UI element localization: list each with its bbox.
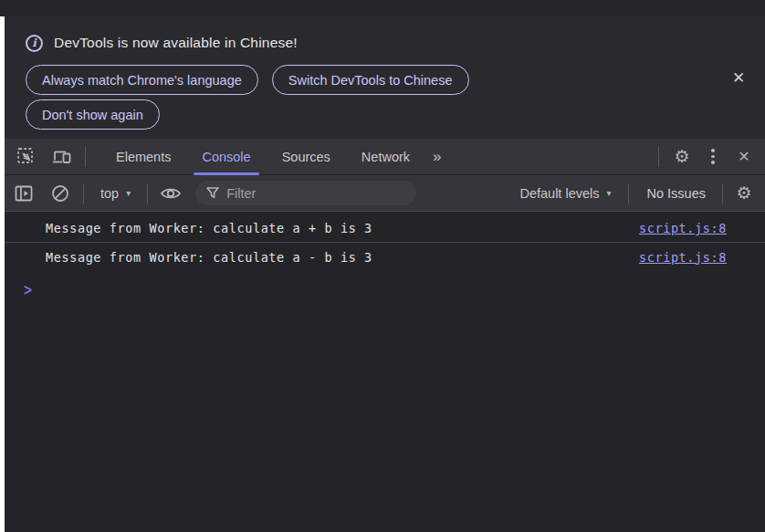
more-options-kebab-icon[interactable] — [697, 142, 728, 172]
source-location-link[interactable]: script.js:8 — [639, 250, 727, 265]
console-sidebar-toggle-icon[interactable] — [8, 179, 39, 208]
settings-gear-icon[interactable]: ⚙ — [666, 142, 697, 172]
console-settings-gear-icon[interactable]: ⚙ — [728, 179, 760, 208]
filter-input[interactable] — [226, 186, 372, 201]
panel-tabs: Elements Console Sources Network » — [100, 139, 447, 175]
language-infobar: i DevTools is now available in Chinese! … — [5, 16, 765, 139]
switch-devtools-chinese-button[interactable]: Switch DevTools to Chinese — [272, 65, 469, 95]
inspect-element-icon[interactable] — [10, 142, 41, 172]
toolbar-divider — [628, 183, 629, 203]
console-toolbar: top ▾ Default levels ▾ — [5, 175, 765, 212]
toolbar-divider — [722, 183, 723, 203]
console-messages-area: Message from Worker: calculate a + b is … — [5, 212, 765, 532]
devtools-panel: i DevTools is now available in Chinese! … — [5, 16, 765, 532]
more-tabs-icon[interactable]: » — [425, 139, 446, 175]
console-message-text: Message from Worker: calculate a - b is … — [46, 250, 639, 265]
window-top-strip — [0, 0, 765, 16]
issues-counter[interactable]: No Issues — [636, 186, 717, 201]
toolbar-divider — [85, 147, 86, 167]
console-message-text: Message from Worker: calculate a + b is … — [46, 221, 639, 235]
tab-network[interactable]: Network — [346, 139, 425, 175]
prompt-chevron-icon: > — [24, 280, 32, 301]
device-toolbar-icon[interactable] — [47, 142, 78, 172]
tab-sources[interactable]: Sources — [267, 139, 346, 175]
console-message-row: Message from Worker: calculate a - b is … — [5, 243, 765, 271]
info-icon: i — [26, 35, 43, 52]
chevron-down-icon: ▾ — [126, 188, 131, 198]
match-chrome-language-button[interactable]: Always match Chrome's language — [26, 65, 258, 95]
source-location-link[interactable]: script.js:8 — [639, 221, 727, 235]
live-expression-eye-icon[interactable] — [155, 179, 186, 208]
main-toolbar: Elements Console Sources Network » ⚙ ✕ — [5, 139, 765, 175]
infobar-title: DevTools is now available in Chinese! — [54, 35, 298, 51]
close-devtools-icon[interactable]: ✕ — [728, 142, 760, 172]
tab-console[interactable]: Console — [186, 139, 266, 175]
dont-show-again-button[interactable]: Don't show again — [26, 99, 160, 130]
toolbar-divider — [147, 183, 148, 203]
filter-funnel-icon — [206, 187, 219, 199]
toolbar-divider — [83, 183, 84, 203]
toolbar-divider — [658, 147, 659, 167]
execution-context-dropdown[interactable]: top ▾ — [91, 186, 140, 201]
infobar-title-row: i DevTools is now available in Chinese! — [26, 32, 765, 54]
console-message-row: Message from Worker: calculate a + b is … — [5, 214, 765, 243]
tab-elements[interactable]: Elements — [100, 139, 186, 175]
infobar-buttons: Always match Chrome's language Switch De… — [26, 65, 610, 130]
filter-box[interactable] — [195, 181, 416, 205]
infobar-close-icon[interactable]: ✕ — [728, 68, 749, 88]
chevron-down-icon: ▾ — [606, 188, 611, 198]
log-levels-dropdown[interactable]: Default levels ▾ — [510, 186, 620, 201]
clear-console-icon[interactable] — [45, 179, 76, 208]
console-prompt[interactable]: > — [5, 276, 765, 304]
devtools-window: i DevTools is now available in Chinese! … — [0, 0, 765, 532]
